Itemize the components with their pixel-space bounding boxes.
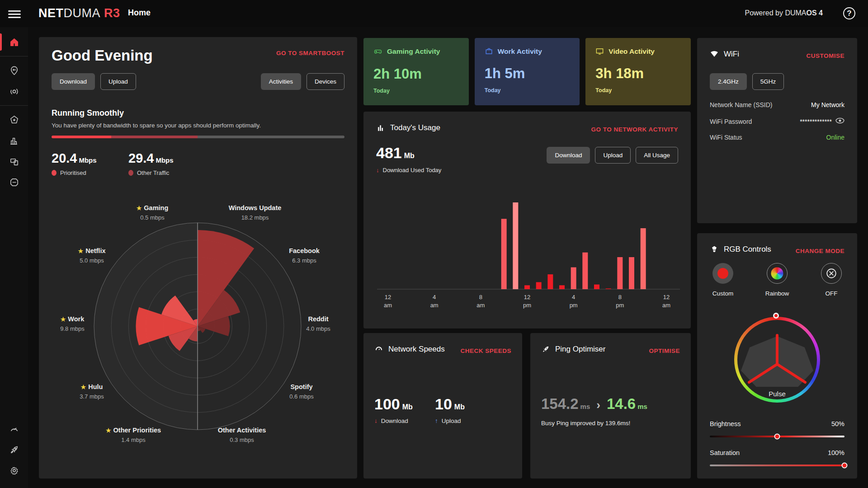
mode-off[interactable]: OFF [810,263,853,297]
app-bandwidth-rose-chart: Windows Update18.2 mbpsFacebook6.3 mbpsR… [52,186,344,466]
ssid-row: Network Name (SSID)My Network [710,101,844,108]
view-toggle: Activities Devices [261,73,344,90]
svg-text:pm: pm [616,302,624,309]
svg-text:am: am [476,302,485,309]
custom-mode-icon [712,263,733,284]
go-to-smartboost-link[interactable]: GO TO SMARTBOOST [276,50,344,56]
work-activity-card[interactable]: Work Activity 1h 5m Today [475,38,580,105]
menu-icon[interactable] [8,9,21,19]
sidebar-item-benchmarks[interactable] [0,109,28,130]
mode-rainbow[interactable]: Rainbow [756,263,798,297]
sidebar-item-speedtest[interactable] [0,418,28,439]
brightness-thumb[interactable] [774,434,780,440]
svg-text:4: 4 [433,294,436,300]
hue-marker[interactable] [773,313,779,319]
svg-text:am: am [430,302,439,309]
usage-bar-11am [513,202,518,289]
logo-duma: DUMA [64,6,101,20]
gaming-activity-card[interactable]: Gaming Activity 2h 10m Today [363,38,469,105]
rgb-lamp-icon [710,245,719,254]
bandwidth-progress-bar [52,136,344,138]
download-arrow-icon: ↓ [376,167,379,174]
activities-toggle-button[interactable]: Activities [261,73,301,90]
other-traffic-stat: 29.4Mbps Other Traffic [128,151,174,176]
block-icon [9,177,19,188]
svg-text:12: 12 [385,294,391,300]
smartboost-panel: Good Evening GO TO SMARTBOOST Download U… [39,37,357,479]
devices-toggle-button[interactable]: Devices [307,73,344,90]
sidebar-item-usage[interactable] [0,130,28,151]
upload-toggle-button[interactable]: Upload [100,73,136,90]
rose-label-netflix: ★Netflix5.0 mbps [49,247,135,264]
wifi-status-value: Online [826,134,844,141]
rgb-controls-panel: RGB Controls CHANGE MODE Custom Rainbow … [697,233,857,479]
ping-optimiser-panel: Ping Optimiser OPTIMISE 154.2ms › 14.6ms… [530,333,691,479]
usage-bar-2pm [547,274,553,289]
card-duration: 3h 18m [595,66,681,82]
customise-link[interactable]: CUSTOMISE [806,52,844,59]
svg-text:12: 12 [663,294,670,300]
saturation-value: 100% [828,449,844,456]
help-icon[interactable]: ? [843,7,855,19]
topbar: NETDUMAR3 Home Powered by DUMAOS 4 ? [0,0,868,27]
direction-toggle: Download Upload [52,73,136,90]
tv-icon [595,47,604,56]
band-24ghz-button[interactable]: 2.4GHz [710,73,747,90]
dumaos-dashboard: NETDUMAR3 Home Powered by DUMAOS 4 ? [0,0,868,488]
prioritised-dot [52,170,57,176]
sidebar-divider [0,56,28,56]
card-title: Video Activity [609,47,655,56]
usage-upload-button[interactable]: Upload [595,147,631,164]
priority-star-icon: ★ [81,384,86,390]
rose-label-hulu: ★Hulu3.7 mbps [49,383,135,400]
saturation-thumb[interactable] [842,463,848,469]
saturation-slider[interactable] [710,465,844,466]
speeds-title: Network Speeds [374,345,445,354]
sidebar-item-ping-heatmap[interactable] [0,81,28,102]
sidebar-item-settings[interactable] [0,460,28,481]
sidebar-item-devices[interactable] [0,151,28,172]
download-arrow-icon: ↓ [374,418,377,424]
rocket-icon [9,445,19,455]
logo-net: NET [38,6,64,20]
rocket-icon [541,345,550,354]
rose-label-other-priorities: ★Other Priorities1.4 mbps [90,427,176,443]
video-activity-card[interactable]: Video Activity 3h 18m Today [585,38,691,105]
rose-label-facebook: Facebook6.3 mbps [261,247,347,264]
sidebar-item-blocked[interactable] [0,172,28,192]
nav-home[interactable]: Home [128,8,151,18]
briefcase-icon [485,47,493,56]
usage-total: 481Mb [376,144,415,162]
usage-filter-buttons: Download Upload All Usage [547,147,678,164]
svg-text:am: am [662,302,670,309]
progress-remaining [198,136,344,138]
mode-custom[interactable]: Custom [702,263,744,297]
usage-download-button[interactable]: Download [547,147,590,164]
pentagon-star-icon [9,115,19,125]
rose-label-reddit: Reddit4.0 mbps [275,315,361,332]
band-5ghz-button[interactable]: 5GHz [752,73,784,90]
rose-label-work: ★Work9.8 mbps [29,315,115,332]
progress-other [111,136,198,138]
sidebar-item-geo-filter[interactable] [0,60,28,81]
usage-bar-8pm [617,257,623,289]
download-toggle-button[interactable]: Download [52,73,95,90]
sidebar [0,27,28,488]
todays-usage-panel: Today's Usage GO TO NETWORK ACTIVITY 481… [363,112,691,328]
go-to-network-activity-link[interactable]: GO TO NETWORK ACTIVITY [591,126,679,133]
check-speeds-link[interactable]: CHECK SPEEDS [460,347,511,354]
sidebar-divider [0,105,28,106]
usage-bar-4pm [571,267,576,289]
usage-bar-12pm [524,285,530,289]
eye-icon[interactable] [835,117,844,125]
sidebar-item-ping-optimiser[interactable] [0,439,28,460]
optimise-link[interactable]: OPTIMISE [649,347,680,354]
sidebar-item-home[interactable] [0,32,28,52]
svg-text:pm: pm [570,302,578,309]
change-mode-link[interactable]: CHANGE MODE [796,248,844,254]
ssid-value: My Network [811,101,844,108]
usage-bar-6pm [594,285,599,289]
effect-label: Pulse [697,390,857,398]
card-sub: Today [595,87,681,94]
usage-all-button[interactable]: All Usage [636,147,678,164]
